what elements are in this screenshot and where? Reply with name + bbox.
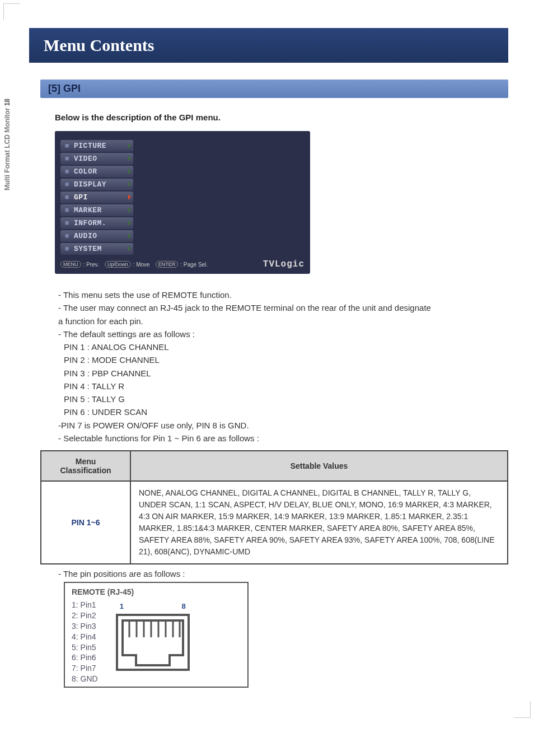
chevron-right-icon xyxy=(128,156,131,161)
osd-btn-menu: MENU xyxy=(60,261,81,268)
pin-positions-text: - The pin positions are as follows : xyxy=(58,569,508,578)
remote-pin-list: 1: Pin12: Pin23: Pin34: Pin45: Pin56: Pi… xyxy=(72,600,98,684)
osd-tab-label: MARKER xyxy=(74,206,102,214)
desc-line-1: - This menu sets the use of REMOTE funct… xyxy=(58,288,508,301)
chevron-right-icon xyxy=(128,181,131,187)
osd-tab-label: VIDEO xyxy=(74,155,97,163)
osd-hint-enter: ENTER : Page Sel. xyxy=(156,261,208,268)
rj45-diagram: 1 8 xyxy=(114,602,192,673)
desc-line-4: -PIN 7 is POWER ON/OFF use only, PIN 8 i… xyxy=(58,419,508,432)
table-row-label: PIN 1~6 xyxy=(41,481,130,564)
osd-hint-updown: Up/Down : Move xyxy=(105,261,150,268)
osd-logo: TVLogic xyxy=(263,259,305,269)
desc-line-2a: - The user may connect an RJ-45 jack to … xyxy=(58,301,508,314)
display-icon: ■ xyxy=(63,180,72,189)
osd-tab-label: GPI xyxy=(74,193,88,202)
table-row-value: NONE, ANALOG CHANNEL, DIGITAL A CHANNEL,… xyxy=(130,481,508,564)
inform-icon: ■ xyxy=(63,219,72,227)
description-block: - This menu sets the use of REMOTE funct… xyxy=(58,288,508,445)
desc-line-5: - Selectable functions for Pin 1 ~ Pin 6… xyxy=(58,432,508,445)
remote-pin-item: 2: Pin2 xyxy=(72,610,98,621)
osd-tab-label: COLOR xyxy=(74,167,97,176)
page-content: Menu Contents [5] GPI Below is the descr… xyxy=(0,0,534,721)
osd-tab-label: DISPLAY xyxy=(74,180,106,189)
osd-tab-label: SYSTEM xyxy=(74,245,102,253)
osd-tab-picture: ■PICTURE xyxy=(60,140,133,152)
desc-line-3: - The default settings are as follows : xyxy=(58,328,508,340)
page-header: Menu Contents xyxy=(29,28,508,63)
remote-pin-item: 8: GND xyxy=(72,674,98,684)
remote-pin-item: 6: Pin6 xyxy=(72,652,98,663)
osd-tab-video: ■VIDEO xyxy=(60,153,133,165)
remote-title: REMOTE (RJ-45) xyxy=(72,587,241,596)
osd-hint-menu: MENU : Prev. xyxy=(60,261,99,268)
chevron-right-icon xyxy=(128,246,131,251)
table-row: PIN 1~6 NONE, ANALOG CHANNEL, DIGITAL A … xyxy=(41,481,508,564)
remote-pin-item: 3: Pin3 xyxy=(72,621,98,632)
default-pin-3: PIN 3 : PBP CHANNEL xyxy=(64,367,508,380)
osd-tab-color: ■COLOR xyxy=(60,166,133,178)
rj45-pin-1-label: 1 xyxy=(120,602,124,610)
remote-pin-item: 5: Pin5 xyxy=(72,642,98,653)
remote-pin-item: 7: Pin7 xyxy=(72,663,98,674)
osd-footer: MENU : Prev. Up/Down : Move ENTER : Page… xyxy=(60,259,305,269)
osd-tab-inform: ■INFORM. xyxy=(60,217,133,229)
table-header-classification: Menu Classification xyxy=(41,451,130,481)
remote-pin-item: 4: Pin4 xyxy=(72,632,98,642)
marker-icon: ■ xyxy=(63,206,72,214)
osd-tab-label: AUDIO xyxy=(74,232,97,240)
chevron-right-icon xyxy=(128,220,131,226)
remote-box: REMOTE (RJ-45) 1: Pin12: Pin23: Pin34: P… xyxy=(64,582,249,688)
chevron-right-icon xyxy=(128,207,131,213)
page-title: Menu Contents xyxy=(44,36,497,55)
osd-tab-gpi: ■GPI xyxy=(60,192,133,203)
remote-pin-item: 1: Pin1 xyxy=(72,600,98,610)
rj45-pin-8-label: 8 xyxy=(181,602,185,610)
audio-icon: ■ xyxy=(63,232,72,240)
default-pin-2: PIN 2 : MODE CHANNEL xyxy=(64,353,508,366)
settable-values-table: Menu Classification Settable Values PIN … xyxy=(40,450,508,564)
rj45-jack-icon xyxy=(114,612,192,673)
svg-rect-0 xyxy=(117,615,189,670)
osd-hint-enter-text: : Page Sel. xyxy=(180,262,208,268)
chevron-right-icon xyxy=(128,169,131,174)
osd-btn-updown: Up/Down xyxy=(105,261,131,268)
osd-tab-system: ■SYSTEM xyxy=(60,243,133,255)
color-icon: ■ xyxy=(63,167,72,176)
chevron-right-icon xyxy=(128,194,131,200)
osd-tab-marker: ■MARKER xyxy=(60,204,133,216)
system-icon: ■ xyxy=(63,245,72,253)
gpi-icon: ■ xyxy=(63,193,72,202)
section-header: [5] GPI xyxy=(40,80,508,98)
osd-tab-label: INFORM. xyxy=(74,219,106,227)
chevron-right-icon xyxy=(128,143,131,148)
default-pin-6: PIN 6 : UNDER SCAN xyxy=(64,405,508,418)
picture-icon: ■ xyxy=(63,142,72,150)
osd-tab-label: PICTURE xyxy=(74,142,106,150)
osd-tab-display: ■DISPLAY xyxy=(60,179,133,190)
section-header-text: [5] GPI xyxy=(48,83,81,94)
chevron-right-icon xyxy=(128,233,131,239)
osd-hint-menu-text: : Prev. xyxy=(83,262,99,268)
default-pin-5: PIN 5 : TALLY G xyxy=(64,393,508,405)
intro-text: Below is the description of the GPI menu… xyxy=(55,113,508,122)
default-pin-1: PIN 1 : ANALOG CHANNEL xyxy=(64,340,508,353)
default-pin-4: PIN 4 : TALLY R xyxy=(64,380,508,393)
desc-line-2b: a function for each pin. xyxy=(58,315,508,328)
osd-btn-enter: ENTER xyxy=(156,261,179,268)
osd-hint-updown-text: : Move xyxy=(133,262,150,268)
osd-menu-screenshot: ■PICTURE■VIDEO■COLOR■DISPLAY■GPI■MARKER■… xyxy=(55,131,310,274)
table-header-values: Settable Values xyxy=(130,451,508,481)
osd-tab-audio: ■AUDIO xyxy=(60,230,133,242)
video-icon: ■ xyxy=(63,155,72,163)
